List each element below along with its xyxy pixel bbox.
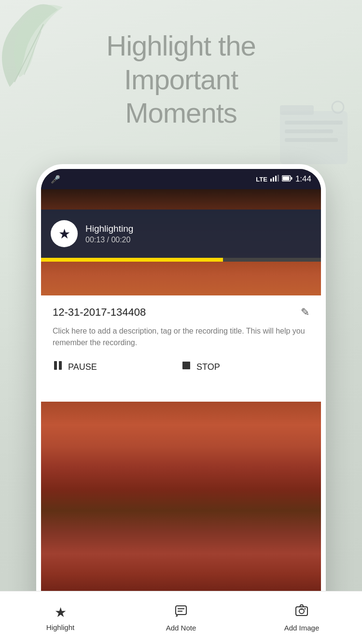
- battery-icon: [282, 175, 292, 183]
- svg-rect-17: [182, 362, 190, 369]
- notification-time: 00:13 / 00:20: [85, 236, 133, 244]
- hero-line3: Moments: [0, 96, 362, 130]
- mic-icon: 🎤: [51, 175, 60, 184]
- tab-add-note-label: Add Note: [166, 624, 196, 632]
- tab-highlight[interactable]: ★ Highlight: [0, 604, 121, 631]
- svg-rect-14: [282, 177, 289, 181]
- svg-rect-15: [54, 361, 57, 370]
- phone-frame: 🎤 LTE: [36, 164, 326, 623]
- highlight-star-icon: ★: [55, 604, 67, 620]
- star-circle: ★: [51, 220, 78, 247]
- tab-add-image[interactable]: Add Image: [241, 604, 362, 632]
- notification-title: Highlighting: [85, 224, 133, 234]
- phone-screen: 🎤 LTE: [41, 169, 321, 618]
- svg-rect-18: [176, 606, 186, 615]
- svg-rect-5: [285, 129, 333, 133]
- wallpaper: ★ Highlighting 00:13 / 00:20 12-31-2017-…: [41, 189, 321, 618]
- progress-bar-track: [41, 258, 321, 262]
- svg-rect-6: [285, 138, 338, 142]
- lte-indicator: LTE: [256, 176, 267, 183]
- stop-button[interactable]: STOP: [181, 360, 309, 374]
- tab-highlight-label: Highlight: [46, 623, 74, 631]
- notification-text: Highlighting 00:13 / 00:20: [85, 224, 133, 244]
- pause-label: PAUSE: [68, 362, 97, 372]
- add-note-icon: [174, 604, 188, 621]
- edit-icon[interactable]: ✎: [301, 306, 309, 319]
- hero-line2: Important: [0, 63, 362, 97]
- notification-card: ★ Highlighting 00:13 / 00:20: [41, 210, 321, 258]
- status-bar: 🎤 LTE: [41, 169, 321, 189]
- action-buttons: PAUSE STOP: [53, 360, 309, 374]
- star-icon: ★: [58, 226, 70, 242]
- notification-area: ★ Highlighting 00:13 / 00:20: [41, 210, 321, 295]
- hero-text: Highlight the Important Moments: [0, 29, 362, 130]
- svg-rect-10: [275, 176, 277, 182]
- pause-icon: [53, 360, 63, 374]
- add-image-icon: [295, 604, 308, 621]
- status-right: LTE 1:44: [256, 174, 311, 184]
- hero-line1: Highlight the: [0, 29, 362, 63]
- bottom-tab-bar: ★ Highlight Add Note Add Im: [0, 591, 362, 644]
- tab-add-note[interactable]: Add Note: [121, 604, 241, 632]
- svg-rect-11: [278, 175, 279, 182]
- recording-description[interactable]: Click here to add a description, tag or …: [53, 325, 309, 349]
- progress-bar-fill: [41, 258, 223, 262]
- recording-title-row: 12-31-2017-134408 ✎: [53, 306, 309, 319]
- svg-rect-22: [296, 607, 307, 616]
- status-left: 🎤: [51, 175, 60, 184]
- recording-filename: 12-31-2017-134408: [53, 306, 146, 319]
- time-display: 1:44: [295, 174, 311, 184]
- svg-rect-8: [270, 179, 272, 182]
- signal-icon: [270, 175, 279, 183]
- svg-rect-13: [291, 177, 292, 180]
- svg-rect-16: [59, 361, 62, 370]
- recording-card: 12-31-2017-134408 ✎ Click here to add a …: [41, 295, 321, 402]
- svg-point-24: [305, 608, 306, 609]
- stop-icon: [181, 360, 192, 374]
- stop-label: STOP: [196, 362, 220, 372]
- tab-add-image-label: Add Image: [284, 624, 320, 632]
- pause-button[interactable]: PAUSE: [53, 360, 181, 374]
- svg-rect-9: [273, 177, 274, 182]
